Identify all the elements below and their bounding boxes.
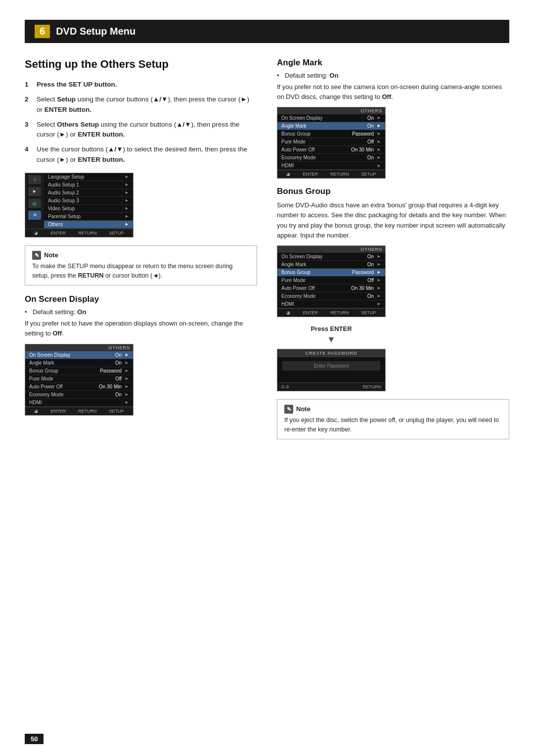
am-row-auto-power: Auto Power Off On 30 Min ► [277,146,385,154]
bg-row-bonus-highlighted: Bonus Group Password ► [277,269,385,277]
step-text-3: Select Others Setup using the cursor but… [37,120,257,140]
chapter-title: DVD Setup Menu [56,26,135,37]
bg-row-angle: Angle Mark On ► [277,261,385,269]
on-screen-description: If you prefer not to have the operation … [25,319,257,338]
on-screen-display-title: On Screen Display [25,294,257,304]
step-text-4: Use the cursor buttons (▲/▼) to select t… [37,144,257,165]
step-4: 4 Use the cursor buttons (▲/▼) to select… [25,144,257,165]
bg-row-economy: Economy Mode On ► [277,292,385,300]
osd-row-bonus: Bonus Group Password ► [25,367,133,375]
step-3: 3 Select Others Setup using the cursor b… [25,120,257,140]
am-row-on-screen: On Screen Display On ► [277,114,385,122]
on-screen-display-mockup: OTHERS On Screen Display On ► Angle Mark… [25,344,134,416]
pw-screen-header: CREATE PASSWORD [277,349,385,357]
chapter-header: 6 DVD Setup Menu [25,20,509,43]
angle-mark-default: • Default setting: On [277,72,509,79]
sidebar-icon-2: ▶ [28,187,41,196]
step-text-2: Select Setup using the cursor buttons (▲… [37,94,257,115]
screen-row-others-highlighted: Others ► [44,221,133,229]
note-text-bonus: If you eject the disc, switch the power … [284,416,502,434]
bonus-group-description: Some DVD-Audio discs have an extra 'bonu… [277,200,509,240]
screen-row-parental: Parental Setup ► [44,213,133,221]
osd-row-hdmi: HDMI ► [25,399,133,407]
pw-btn-digits: 0–9 [281,384,289,389]
on-screen-default: • Default setting: On [25,308,257,316]
right-column: Angle Mark • Default setting: On If you … [277,58,509,448]
screen-row-language: Language Setup ► [44,173,133,181]
bg-row-hdmi: HDMI ► [277,300,385,308]
press-enter-label: Press ENTER [277,325,386,332]
sidebar-icon-setup-active: ⚙ [28,211,41,220]
angle-mark-section: Angle Mark • Default setting: On If you … [277,58,509,179]
steps-list: 1 Press the SET UP button. 2 Select Setu… [25,80,257,165]
setup-screen-mockup: ♫ ▶ 📺 ⚙ Language Setup ► Audio Setup 1 ► [25,173,134,237]
arrow-down-icon: ▼ [277,334,386,345]
pw-footer: 0–9 RETURN [277,382,385,391]
bg-row-on-screen: On Screen Display On ► [277,253,385,261]
angle-mark-mockup: OTHERS On Screen Display On ► Angle Mark… [277,107,386,179]
note-icon-bonus: ✎ [284,405,293,414]
angle-mark-description: If you prefer not to see the camera icon… [277,82,509,102]
page-container: 6 DVD Setup Menu Setting up the Others S… [0,0,534,756]
step-num-4: 4 [25,144,33,165]
on-screen-display-section: On Screen Display • Default setting: On … [25,294,257,415]
am-screen-footer: ◕ ENTER RETURN SETUP [277,170,385,178]
osd-row-economy: Economy Mode On ► [25,391,133,399]
screen-row-audio1: Audio Setup 1 ► [44,181,133,189]
page-number: 50 [25,734,44,744]
screen-footer-setup: ◕ ENTER RETURN SETUP [25,229,133,237]
bg-row-auto-power: Auto Power Off On 30 Min ► [277,284,385,292]
pw-spacer [277,375,385,382]
angle-mark-title: Angle Mark [277,58,509,68]
note-title-bonus: ✎ Note [284,405,502,414]
screen-row-audio2: Audio Setup 2 ► [44,189,133,197]
bonus-group-section: Bonus Group Some DVD-Audio discs have an… [277,187,509,439]
sidebar-icon-1: ♫ [28,175,41,184]
on-screen-header: OTHERS [25,344,133,351]
pw-btn-return: RETURN [363,384,382,389]
screen-menu-area: Language Setup ► Audio Setup 1 ► Audio S… [44,173,133,229]
screen-sidebar: ♫ ▶ 📺 ⚙ [25,173,44,229]
osd-row-angle: Angle Mark On ► [25,359,133,367]
pw-field: Enter Password [282,361,380,371]
am-row-pure: Pure Mode Off ► [277,138,385,146]
step-text-1: Press the SET UP button. [37,80,257,90]
chapter-number: 6 [35,25,50,38]
section-title: Setting up the Others Setup [25,58,257,71]
osd-screen-footer: ◕ ENTER RETURN SETUP [25,407,133,415]
am-row-hdmi: HDMI ► [277,162,385,170]
bonus-group-mockup: OTHERS On Screen Display On ► Angle Mark… [277,245,386,317]
bonus-group-screen-header: OTHERS [277,246,385,253]
step-num-1: 1 [25,80,33,90]
note-box-setup: ✎ Note To make the SETUP menu disappear … [25,245,257,286]
am-row-angle-highlighted: Angle Mark On ► [277,122,385,130]
step-2: 2 Select Setup using the cursor buttons … [25,94,257,115]
screen-row-video: Video Setup ► [44,205,133,213]
note-box-bonus: ✎ Note If you eject the disc, switch the… [277,399,509,440]
screen-with-nav: ♫ ▶ 📺 ⚙ Language Setup ► Audio Setup 1 ► [25,173,133,229]
step-num-3: 3 [25,120,33,140]
left-column: Setting up the Others Setup 1 Press the … [25,58,257,448]
bg-row-pure: Pure Mode Off ► [277,277,385,284]
sidebar-icon-3: 📺 [28,199,41,208]
note-title-setup: ✎ Note [32,251,250,260]
step-1: 1 Press the SET UP button. [25,80,257,90]
am-row-economy: Economy Mode On ► [277,154,385,162]
osd-row-pure: Pure Mode Off ► [25,375,133,383]
am-row-bonus: Bonus Group Password ► [277,130,385,138]
screen-row-audio3: Audio Setup 3 ► [44,197,133,205]
osd-row-auto-power: Auto Power Off On 30 Min ► [25,383,133,391]
angle-mark-screen-header: OTHERS [277,107,385,114]
osd-row-on-screen: On Screen Display On ► [25,351,133,359]
password-screen: CREATE PASSWORD Enter Password 0–9 RETUR… [277,349,386,391]
bg-screen-footer: ◕ ENTER RETURN SETUP [277,308,385,317]
step-num-2: 2 [25,94,33,115]
note-icon-setup: ✎ [32,251,41,260]
bonus-group-title: Bonus Group [277,187,509,196]
note-text-setup: To make the SETUP menu disappear or retu… [32,262,250,281]
